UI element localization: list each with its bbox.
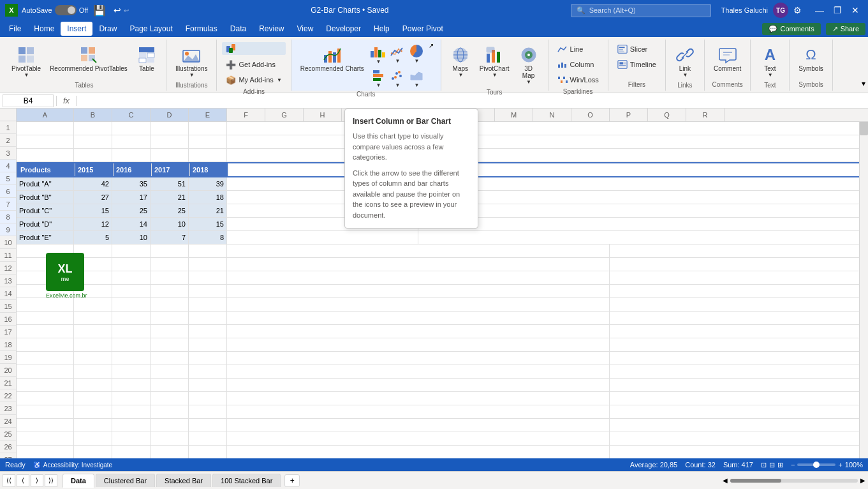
cell-D13[interactable] (151, 285, 189, 297)
cell-rest-18[interactable] (227, 352, 610, 365)
cell-A23[interactable] (17, 419, 74, 432)
cell-A25[interactable] (17, 446, 74, 458)
cell-A1[interactable] (17, 122, 74, 135)
menu-page-layout[interactable]: Page Layout (123, 22, 179, 36)
cell-E15[interactable] (189, 312, 227, 324)
cell-E13[interactable] (189, 285, 227, 297)
sheet-nav-prev[interactable]: ⟨ (17, 474, 29, 487)
cell-prodE-2015[interactable]: 5 (74, 231, 112, 244)
menu-review[interactable]: Review (253, 22, 290, 36)
cell-prodE-name[interactable]: Produt "E" (17, 231, 74, 244)
cell-A14[interactable] (17, 298, 74, 311)
menu-developer[interactable]: Developer (320, 22, 367, 36)
cell-C12[interactable] (112, 271, 151, 284)
line-sparkline-button[interactable]: Line (554, 42, 603, 56)
cell-rest-25[interactable] (227, 446, 610, 458)
cell-E22[interactable] (189, 405, 227, 418)
hscrollbar-thumb[interactable] (730, 479, 781, 483)
cell-prodC-2016[interactable]: 25 (112, 204, 151, 217)
table-row[interactable] (17, 405, 868, 419)
cell-prodD-2018[interactable]: 15 (189, 218, 227, 230)
cell-D19[interactable] (151, 365, 189, 378)
search-box[interactable]: 🔍 Search (Alt+Q) (571, 4, 711, 17)
cell-prodA-name[interactable]: Produt "A" (17, 177, 74, 190)
sheet-tab-100-stacked-bar[interactable]: 100 Stacked Bar (212, 474, 281, 487)
table-row[interactable] (17, 298, 868, 312)
menu-power-pivot[interactable]: Power Pivot (396, 22, 450, 36)
zoom-out-icon[interactable]: − (791, 461, 795, 469)
cell-C21[interactable] (112, 392, 151, 405)
cell-prodB-2016[interactable]: 17 (112, 191, 151, 204)
cell-A21[interactable] (17, 392, 74, 405)
cell-A15[interactable] (17, 312, 74, 324)
menu-view[interactable]: View (291, 22, 320, 36)
cell-prodD-2016[interactable]: 14 (112, 218, 151, 230)
3d-map-button[interactable]: 3DMap ▼ (515, 42, 543, 87)
cell-prodA-2017[interactable]: 51 (151, 177, 189, 190)
formula-input[interactable] (79, 96, 865, 105)
cell-2018-header[interactable]: 2018 (190, 163, 228, 176)
cell-E25[interactable] (189, 446, 227, 458)
cell-B15[interactable] (74, 312, 112, 324)
winloss-sparkline-button[interactable]: Win/Loss (554, 73, 603, 87)
cell-E18[interactable] (189, 352, 227, 365)
sheet-tab-data[interactable]: Data (63, 474, 94, 488)
cell-prodC-2015[interactable]: 15 (74, 204, 112, 217)
cell-A20[interactable] (17, 379, 74, 391)
cell-C17[interactable] (112, 338, 151, 351)
cell-C23[interactable] (112, 419, 151, 432)
cell-rest-17[interactable] (227, 338, 610, 351)
sheet-nav-first[interactable]: ⟨⟨ (3, 474, 15, 487)
autosave-toggle[interactable] (55, 5, 77, 15)
cell-E10[interactable] (189, 244, 227, 257)
cell-rest-12[interactable] (227, 271, 610, 284)
comments-button[interactable]: 💬Comments (762, 23, 820, 35)
cell-B17[interactable] (74, 338, 112, 351)
recommended-pivottables-button[interactable]: Recommended PivotTables (46, 42, 131, 75)
add-sheet-button[interactable]: + (284, 474, 300, 487)
cell-rest-20[interactable] (227, 379, 610, 391)
user-avatar[interactable]: TG (773, 3, 788, 18)
link-button[interactable]: Link ▼ (671, 42, 699, 80)
cell-C18[interactable] (112, 352, 151, 365)
cell-D15[interactable] (151, 312, 189, 324)
table-row[interactable] (17, 379, 868, 392)
cell-D25[interactable] (151, 446, 189, 458)
cell-prodA-2015[interactable]: 42 (74, 177, 112, 190)
cell-D14[interactable] (151, 298, 189, 311)
cell-E14[interactable] (189, 298, 227, 311)
cell-prodB-2018[interactable]: 18 (189, 191, 227, 204)
cell-C16[interactable] (112, 325, 151, 338)
share-settings-icon[interactable]: ⚙ (793, 5, 802, 15)
recommended-charts-button[interactable]: Recommended Charts (297, 42, 368, 75)
table-row[interactable] (17, 271, 868, 285)
cell-A19[interactable] (17, 365, 74, 378)
cell-prodB-2017[interactable]: 21 (151, 191, 189, 204)
cell-D2[interactable] (151, 135, 189, 148)
cell-2016-header[interactable]: 2016 (114, 163, 152, 176)
other-chart-button[interactable]: ▼ (408, 67, 425, 89)
menu-data[interactable]: Data (224, 22, 253, 36)
cell-C2[interactable] (112, 135, 151, 148)
cell-C25[interactable] (112, 446, 151, 458)
cell-C19[interactable] (112, 365, 151, 378)
accessibility-icon[interactable]: ♿ (33, 462, 41, 469)
cell-C3[interactable] (112, 149, 151, 162)
comment-button[interactable]: Comment (710, 42, 745, 75)
table-row[interactable] (17, 419, 868, 432)
sheet-tab-stacked-bar[interactable]: Stacked Bar (156, 474, 211, 487)
maps-button[interactable]: Maps ▼ (446, 42, 474, 80)
cell-A24[interactable] (17, 432, 74, 445)
pie-chart-button[interactable]: ▼ (408, 43, 425, 65)
cell-E11[interactable] (189, 258, 227, 271)
table-row[interactable]: Produt "E" 5 10 7 8 (17, 231, 868, 244)
sheet-nav-last[interactable]: ⟩⟩ (45, 474, 57, 487)
column-chart-button[interactable]: ▼ (369, 42, 387, 66)
cell-C15[interactable] (112, 312, 151, 324)
table-row[interactable] (17, 338, 868, 352)
zoom-in-icon[interactable]: + (838, 461, 842, 469)
cell-B19[interactable] (74, 365, 112, 378)
ribbon-expand[interactable]: ▾ (862, 40, 865, 91)
cell-C13[interactable] (112, 285, 151, 297)
cell-prodD-2015[interactable]: 12 (74, 218, 112, 230)
